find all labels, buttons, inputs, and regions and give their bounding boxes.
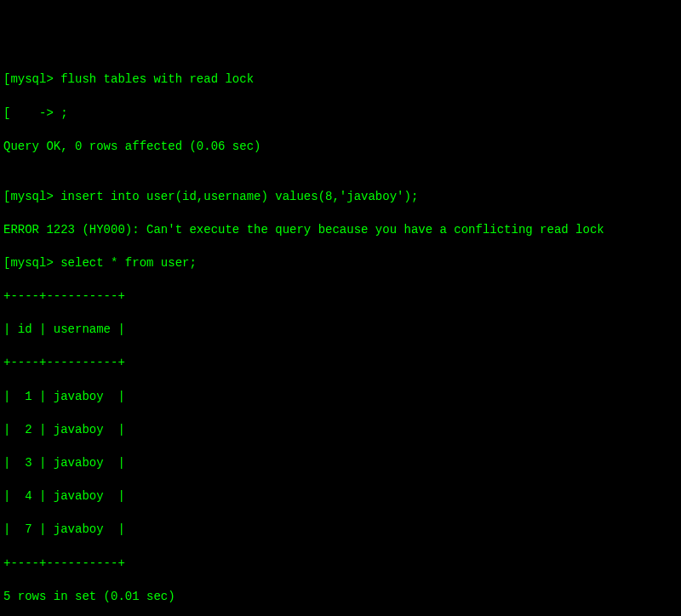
table-row: | 7 | javaboy | bbox=[3, 522, 678, 539]
terminal-prompt-line[interactable]: [mysql> insert into user(id,username) va… bbox=[3, 189, 678, 206]
terminal-continuation-line[interactable]: [ -> ; bbox=[3, 106, 678, 123]
terminal-prompt-line[interactable]: [mysql> flush tables with read lock bbox=[3, 71, 678, 88]
table-row: | 3 | javaboy | bbox=[3, 455, 678, 472]
table-border: +----+----------+ bbox=[3, 355, 678, 372]
table-header: | id | username | bbox=[3, 322, 678, 339]
table-row: | 4 | javaboy | bbox=[3, 488, 678, 505]
table-border: +----+----------+ bbox=[3, 288, 678, 305]
terminal-prompt-line[interactable]: [mysql> select * from user; bbox=[3, 255, 678, 272]
terminal-output-line: Query OK, 0 rows affected (0.06 sec) bbox=[3, 139, 678, 156]
table-row: | 2 | javaboy | bbox=[3, 422, 678, 439]
table-border: +----+----------+ bbox=[3, 556, 678, 573]
terminal-output-line: 5 rows in set (0.01 sec) bbox=[3, 589, 678, 606]
table-row: | 1 | javaboy | bbox=[3, 389, 678, 406]
terminal-error-line: ERROR 1223 (HY000): Can't execute the qu… bbox=[3, 222, 678, 239]
